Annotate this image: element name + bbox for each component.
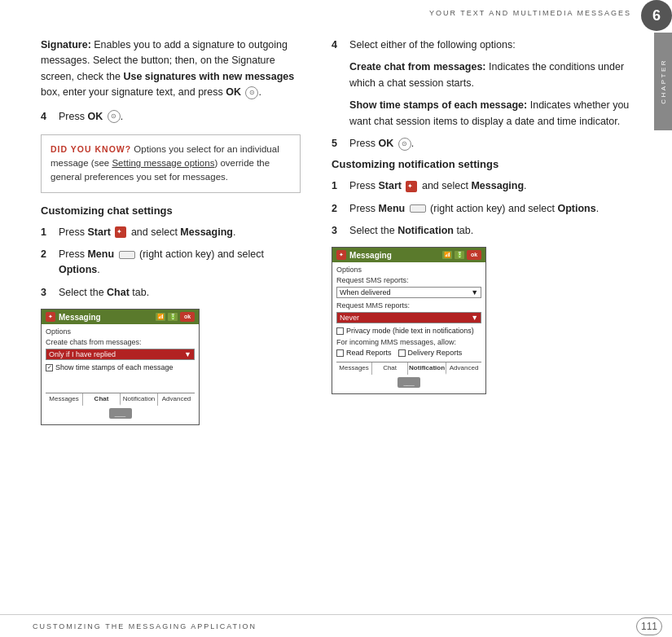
- mock-windows-icon-right: [336, 250, 346, 260]
- mock-titlebar-right: Messaging 📶 🔋 ok: [332, 248, 485, 262]
- mock-options-label-left: Options: [46, 327, 195, 336]
- mock-sms-label: Request SMS reports:: [336, 276, 481, 284]
- step-5-right: 5 Press OK ⊙.: [332, 136, 638, 152]
- screenshot-left: Messaging 📶 🔋 ok Options Create chats fr…: [41, 309, 200, 425]
- mock-title-icons-right: 📶 🔋 ok: [442, 250, 481, 260]
- option2-block: Show time stamps of each message: Indica…: [349, 98, 638, 130]
- ok-icon-inline: ⊙: [245, 86, 258, 99]
- step-4-right: 4 Select either of the following options…: [332, 37, 638, 53]
- mock-tab-chat-left: Chat: [83, 393, 121, 406]
- signal-icon-r: 📶: [442, 251, 452, 259]
- mock-title-right: Messaging: [349, 251, 439, 260]
- screenshot-right: Messaging 📶 🔋 ok Options Request SMS rep…: [332, 247, 486, 394]
- mock-cb-row-left: Show time stamps of each message: [46, 363, 195, 371]
- mock-title-left: Messaging: [59, 313, 152, 322]
- mock-privacy-row: Privacy mode (hide text in notifications…: [336, 327, 481, 335]
- mock-enter-key-right: ___: [397, 377, 420, 388]
- option1-heading: Create chat from messages:: [349, 61, 485, 72]
- mock-checkbox-left: [46, 364, 53, 371]
- left-step-2: 2 Press Menu (right action key) and sele…: [41, 247, 301, 279]
- mock-options-label-right: Options: [336, 266, 481, 274]
- page-number: 111: [636, 617, 662, 635]
- section1-heading: Customizing chat settings: [41, 204, 301, 217]
- right-column: 4 Select either of the following options…: [317, 26, 654, 614]
- battery-icon: 🔋: [168, 313, 178, 321]
- mock-body-right: Options Request SMS reports: When delive…: [332, 262, 485, 393]
- mock-delivery-cb: [398, 349, 406, 357]
- option1-block: Create chat from messages: Indicates the…: [349, 59, 638, 91]
- mock-privacy-cb: [336, 327, 344, 335]
- signal-icon: 📶: [156, 313, 165, 321]
- section2-heading: Customizing notification settings: [332, 158, 638, 170]
- chapter-label: CHAPTER: [660, 59, 667, 104]
- mock-body-left: Options Create chats from messages: Only…: [42, 324, 199, 424]
- option2-heading: Show time stamps of each message:: [349, 99, 527, 111]
- mock-title-icons-left: 📶 🔋 ok: [156, 312, 195, 322]
- mock-read-reports-row: Read Reports: [336, 349, 392, 357]
- right-step-3: 3 Select the Notification tab.: [332, 223, 638, 239]
- mock-tabs-left: Messages Chat Notification Advanced: [46, 393, 195, 406]
- mock-ok-btn-left: ok: [180, 312, 195, 322]
- mock-mms-dropdown: Never ▼: [336, 312, 481, 323]
- mock-mms-label: Request MMS reports:: [336, 301, 481, 310]
- left-step-1: 1 Press Start and select Messaging.: [41, 225, 301, 240]
- right-step-2: 2 Press Menu (right action key) and sele…: [332, 201, 638, 217]
- mock-tab-advanced-left: Advanced: [158, 393, 195, 406]
- step-4-left: 4 Press OK ⊙.: [41, 109, 301, 125]
- mock-windows-icon-left: [46, 312, 55, 322]
- mock-ok-btn-right: ok: [467, 250, 481, 260]
- mock-tab-notification-right: Notification: [408, 362, 446, 375]
- mock-tab-advanced-right: Advanced: [446, 362, 481, 375]
- dyk-label: DID YOU KNOW?: [51, 144, 131, 154]
- footer-title: CUSTOMIZING THE MESSAGING APPLICATION: [33, 622, 257, 630]
- mock-enter-key-left: ___: [109, 408, 132, 419]
- mock-tab-messages-right: Messages: [336, 362, 372, 375]
- start-icon-2: [406, 181, 417, 192]
- page-footer: CUSTOMIZING THE MESSAGING APPLICATION 11…: [0, 614, 672, 637]
- page-header: YOUR TEXT AND MULTIMEDIA MESSAGES 6: [0, 0, 672, 26]
- header-title: YOUR TEXT AND MULTIMEDIA MESSAGES: [429, 9, 631, 17]
- left-column: Signature: Enables you to add a signatur…: [0, 26, 317, 614]
- right-step-1: 1 Press Start and select Messaging.: [332, 178, 638, 194]
- mock-create-chats-label: Create chats from messages:: [46, 338, 195, 346]
- main-content: Signature: Enables you to add a signatur…: [0, 26, 654, 614]
- menu-icon-2: [410, 204, 426, 213]
- mock-titlebar-left: Messaging 📶 🔋 ok: [42, 310, 199, 324]
- ok-icon-step4: ⊙: [108, 110, 121, 123]
- mock-delivery-reports-row: Delivery Reports: [398, 349, 463, 357]
- menu-icon-1: [119, 251, 135, 259]
- ok-icon-step5: ⊙: [398, 138, 411, 151]
- battery-icon-r: 🔋: [455, 251, 464, 259]
- mock-dropdown-left: Only if I have replied ▼: [46, 349, 195, 360]
- chapter-sidebar: CHAPTER: [654, 33, 672, 130]
- mock-tabs-right: Messages Chat Notification Advanced: [336, 362, 481, 375]
- did-you-know-box: DID YOU KNOW? Options you select for an …: [41, 134, 301, 193]
- dyk-link: Setting message options: [112, 158, 214, 168]
- mock-tab-chat-right: Chat: [372, 362, 408, 375]
- mock-tab-messages-left: Messages: [46, 393, 83, 406]
- mock-read-cb: [336, 349, 344, 357]
- start-icon-1: [115, 226, 126, 238]
- left-step-3: 3 Select the Chat tab.: [41, 285, 301, 301]
- mock-tab-notification-left: Notification: [121, 393, 158, 406]
- mock-incoming-label: For incoming MMS messages, allow:: [336, 338, 481, 346]
- intro-paragraph: Signature: Enables you to add a signatur…: [41, 37, 301, 101]
- mock-sms-dropdown: When delivered ▼: [336, 287, 481, 298]
- mock-two-cb-row: Read Reports Delivery Reports: [336, 349, 481, 358]
